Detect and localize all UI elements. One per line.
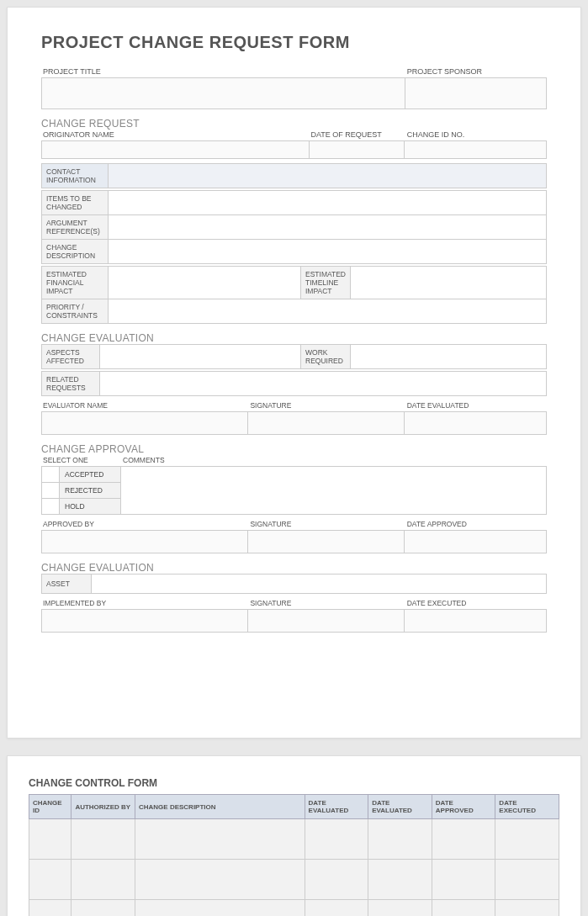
timeline-impact-label: ESTIMATED TIMELINE IMPACT — [300, 266, 351, 299]
evaluator-name-input[interactable] — [41, 411, 248, 435]
cell[interactable] — [135, 860, 305, 900]
argument-ref-input[interactable] — [108, 214, 547, 240]
project-sponsor-input[interactable] — [405, 77, 547, 109]
form-title: PROJECT CHANGE REQUEST FORM — [41, 33, 547, 52]
contact-info-label: CONTACT INFORMATION — [41, 163, 109, 188]
aspects-input[interactable] — [99, 344, 301, 369]
evaluator-signature-label: SIGNATURE — [248, 401, 405, 411]
cell[interactable] — [432, 900, 495, 917]
table-row — [29, 900, 559, 917]
fin-impact-input[interactable] — [108, 266, 301, 299]
originator-input[interactable] — [41, 140, 310, 159]
comments-label: COMMENTS — [121, 456, 547, 466]
project-change-request-form: PROJECT CHANGE REQUEST FORM PROJECT TITL… — [7, 7, 581, 739]
cell[interactable] — [495, 860, 559, 900]
fin-impact-label: ESTIMATED FINANCIAL IMPACT — [41, 266, 109, 299]
evaluator-signature-input[interactable] — [247, 411, 404, 435]
evaluation-section: CHANGE EVALUATION — [41, 332, 547, 344]
cell[interactable] — [368, 819, 432, 860]
date-evaluated-label: DATE EVALUATED — [405, 401, 547, 411]
col-date-executed: DATE EXECUTED — [495, 795, 559, 819]
project-title-input[interactable] — [41, 77, 405, 109]
approved-by-label: APPROVED BY — [41, 520, 248, 530]
date-executed-label: DATE EXECUTED — [405, 599, 547, 609]
cell[interactable] — [135, 900, 305, 917]
cell[interactable] — [29, 819, 72, 860]
cell[interactable] — [368, 860, 432, 900]
cell[interactable] — [72, 900, 135, 917]
col-change-description: CHANGE DESCRIPTION — [135, 795, 305, 819]
date-approved-input[interactable] — [404, 530, 547, 553]
implementation-section: CHANGE EVALUATION — [41, 562, 547, 574]
implemented-by-input[interactable] — [41, 609, 248, 633]
control-form-title: CHANGE CONTROL FORM — [29, 777, 559, 789]
control-table: CHANGE ID AUTHORIZED BY CHANGE DESCRIPTI… — [29, 794, 559, 916]
evaluator-name-label: EVALUATOR NAME — [41, 401, 248, 411]
project-sponsor-label: PROJECT SPONSOR — [405, 67, 547, 77]
col-authorized-by: AUTHORIZED BY — [72, 795, 135, 819]
asset-input[interactable] — [91, 574, 547, 594]
cell[interactable] — [495, 900, 559, 917]
items-changed-input[interactable] — [108, 190, 547, 215]
cell[interactable] — [29, 860, 72, 900]
contact-info-input[interactable] — [108, 163, 547, 188]
cell[interactable] — [135, 819, 305, 860]
cell[interactable] — [305, 860, 368, 900]
rejected-checkbox[interactable] — [41, 482, 60, 499]
cell[interactable] — [29, 900, 72, 917]
timeline-impact-input[interactable] — [350, 266, 547, 299]
hold-label: HOLD — [59, 498, 121, 515]
select-one-label: SELECT ONE — [41, 456, 121, 466]
cell[interactable] — [72, 819, 135, 860]
col-date-approved: DATE APPROVED — [432, 795, 495, 819]
cell[interactable] — [72, 860, 135, 900]
work-required-input[interactable] — [350, 344, 547, 369]
accepted-label: ACCEPTED — [59, 466, 121, 483]
aspects-label: ASPECTS AFFECTED — [41, 344, 100, 369]
comments-input[interactable] — [120, 466, 547, 515]
project-title-label: PROJECT TITLE — [41, 67, 405, 77]
change-control-form: CHANGE CONTROL FORM CHANGE ID AUTHORIZED… — [7, 755, 581, 916]
priority-label: PRIORITY / CONSTRAINTS — [41, 299, 109, 324]
table-row — [29, 819, 559, 860]
cell[interactable] — [305, 900, 368, 917]
date-request-input[interactable] — [309, 140, 405, 159]
impl-signature-label: SIGNATURE — [248, 599, 405, 609]
date-evaluated-input[interactable] — [404, 411, 547, 435]
originator-label: ORIGINATOR NAME — [41, 130, 310, 140]
cell[interactable] — [432, 860, 495, 900]
change-desc-input[interactable] — [108, 239, 547, 264]
work-required-label: WORK REQUIRED — [300, 344, 351, 369]
approved-by-input[interactable] — [41, 530, 248, 553]
implemented-by-label: IMPLEMENTED BY — [41, 599, 248, 609]
change-id-label: CHANGE ID NO. — [405, 130, 547, 140]
table-row — [29, 860, 559, 900]
date-approved-label: DATE APPROVED — [405, 520, 547, 530]
cell[interactable] — [305, 819, 368, 860]
cell[interactable] — [432, 819, 495, 860]
date-executed-input[interactable] — [404, 609, 547, 633]
related-requests-label: RELATED REQUESTS — [41, 371, 100, 396]
cell[interactable] — [368, 900, 432, 917]
col-date-evaluated-2: DATE EVALUATED — [368, 795, 432, 819]
items-changed-label: ITEMS TO BE CHANGED — [41, 190, 109, 215]
rejected-label: REJECTED — [59, 482, 121, 499]
accepted-checkbox[interactable] — [41, 466, 60, 483]
date-request-label: DATE OF REQUEST — [310, 130, 405, 140]
change-id-input[interactable] — [404, 140, 547, 159]
col-change-id: CHANGE ID — [29, 795, 72, 819]
hold-checkbox[interactable] — [41, 498, 60, 515]
impl-signature-input[interactable] — [247, 609, 404, 633]
change-request-section: CHANGE REQUEST — [41, 118, 547, 130]
approval-section: CHANGE APPROVAL — [41, 443, 547, 455]
change-desc-label: CHANGE DESCRIPTION — [41, 239, 109, 264]
argument-ref-label: ARGUMENT REFERENCE(S) — [41, 214, 109, 240]
cell[interactable] — [495, 819, 559, 860]
related-requests-input[interactable] — [99, 371, 547, 396]
col-date-evaluated-1: DATE EVALUATED — [305, 795, 368, 819]
approval-signature-label: SIGNATURE — [248, 520, 405, 530]
asset-label: ASSET — [41, 574, 92, 594]
priority-input[interactable] — [108, 299, 547, 324]
approval-signature-input[interactable] — [247, 530, 404, 553]
